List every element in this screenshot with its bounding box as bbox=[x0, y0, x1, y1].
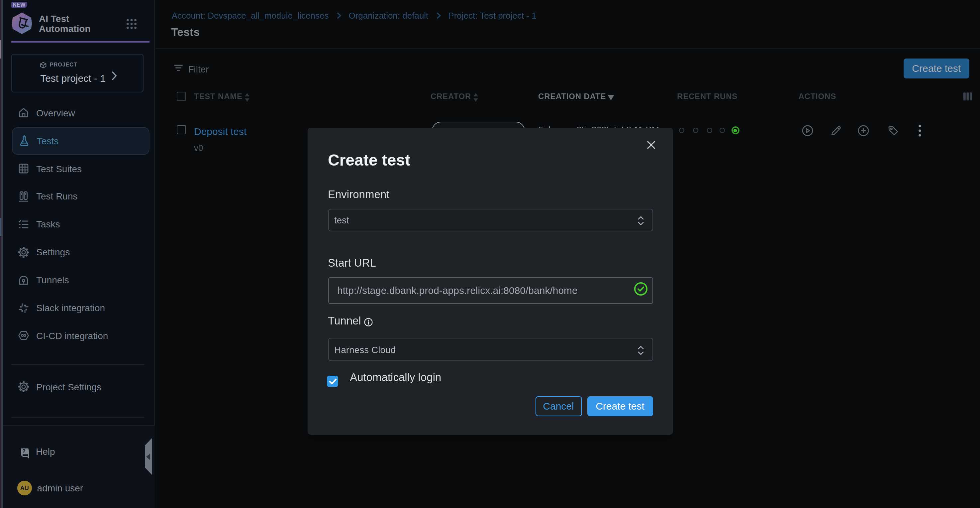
svg-text:?: ? bbox=[22, 448, 25, 454]
